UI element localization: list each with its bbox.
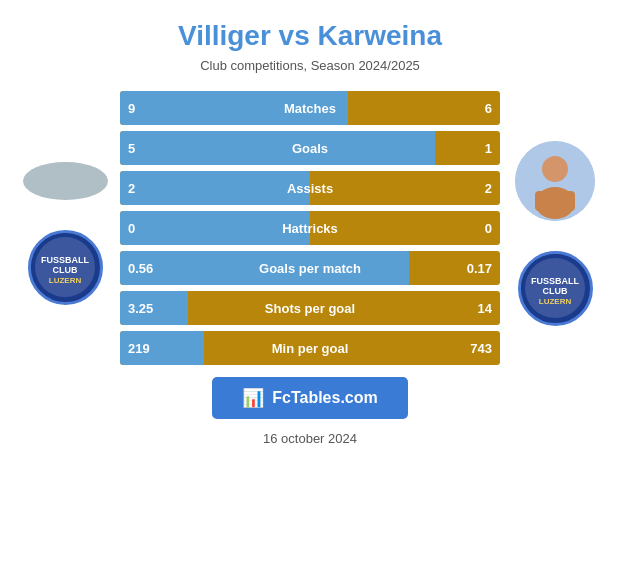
stat-label-text: Min per goal bbox=[272, 341, 349, 356]
stat-label-text: Assists bbox=[287, 181, 333, 196]
stat-bar-wrapper: 3.25Shots per goal14 bbox=[120, 291, 500, 325]
svg-text:CLUB: CLUB bbox=[543, 286, 568, 296]
stat-right-value: 2 bbox=[485, 181, 492, 196]
stat-bar-fill bbox=[120, 131, 435, 165]
right-avatars: FUSSBALL CLUB LUZERN bbox=[500, 131, 610, 326]
svg-point-7 bbox=[542, 156, 568, 182]
stat-label-text: Hattricks bbox=[282, 221, 338, 236]
left-club-logo: FUSSBALL CLUB LUZERN bbox=[28, 230, 103, 305]
left-avatar-shape bbox=[23, 162, 108, 200]
stat-left-value: 9 bbox=[128, 101, 135, 116]
right-club-logo: FUSSBALL CLUB LUZERN bbox=[518, 251, 593, 326]
stat-bar-wrapper: 0.56Goals per match0.17 bbox=[120, 251, 500, 285]
stat-row-goals-per-match: 0.56Goals per match0.17 bbox=[120, 251, 500, 285]
page: Villiger vs Karweina Club competitions, … bbox=[0, 0, 620, 580]
stat-right-value: 1 bbox=[485, 141, 492, 156]
date-label: 16 october 2024 bbox=[263, 431, 357, 446]
stat-right-value: 6 bbox=[485, 101, 492, 116]
svg-rect-9 bbox=[535, 191, 575, 211]
left-avatars: FUSSBALL CLUB LUZERN bbox=[10, 152, 120, 305]
stats-bars: 9Matches65Goals12Assists20Hattricks00.56… bbox=[120, 91, 500, 365]
stat-row-hattricks: 0Hattricks0 bbox=[120, 211, 500, 245]
stat-bar-wrapper: 0Hattricks0 bbox=[120, 211, 500, 245]
stat-left-value: 0 bbox=[128, 221, 135, 236]
stat-right-value: 0.17 bbox=[467, 261, 492, 276]
stat-label-text: Shots per goal bbox=[265, 301, 355, 316]
svg-text:LUZERN: LUZERN bbox=[539, 297, 572, 306]
stat-label-text: Goals bbox=[292, 141, 328, 156]
stat-bar-wrapper: 2Assists2 bbox=[120, 171, 500, 205]
stat-row-min-per-goal: 219Min per goal743 bbox=[120, 331, 500, 365]
stat-row-matches: 9Matches6 bbox=[120, 91, 500, 125]
stat-left-value: 5 bbox=[128, 141, 135, 156]
stat-right-value: 743 bbox=[470, 341, 492, 356]
fctables-label: FcTables.com bbox=[272, 389, 378, 407]
stat-left-value: 219 bbox=[128, 341, 150, 356]
stat-row-assists: 2Assists2 bbox=[120, 171, 500, 205]
stat-left-value: 2 bbox=[128, 181, 135, 196]
bottom-section: 📊 FcTables.com 16 october 2024 bbox=[10, 367, 610, 446]
stat-row-goals: 5Goals1 bbox=[120, 131, 500, 165]
svg-text:CLUB: CLUB bbox=[53, 265, 78, 275]
fctables-badge: 📊 FcTables.com bbox=[212, 377, 408, 419]
stat-left-value: 3.25 bbox=[128, 301, 153, 316]
match-title: Villiger vs Karweina bbox=[178, 20, 442, 52]
comparison-area: FUSSBALL CLUB LUZERN 9Matches65Goals12As… bbox=[10, 91, 610, 365]
stat-left-value: 0.56 bbox=[128, 261, 153, 276]
stat-right-value: 0 bbox=[485, 221, 492, 236]
match-subtitle: Club competitions, Season 2024/2025 bbox=[200, 58, 420, 73]
stat-label-text: Goals per match bbox=[259, 261, 361, 276]
right-person-avatar bbox=[515, 141, 595, 221]
svg-text:LUZERN: LUZERN bbox=[49, 276, 82, 285]
stat-bar-wrapper: 5Goals1 bbox=[120, 131, 500, 165]
svg-text:FUSSBALL: FUSSBALL bbox=[41, 255, 89, 265]
stat-row-shots-per-goal: 3.25Shots per goal14 bbox=[120, 291, 500, 325]
stat-bar-fill bbox=[120, 171, 310, 205]
stat-bar-wrapper: 9Matches6 bbox=[120, 91, 500, 125]
svg-text:FUSSBALL: FUSSBALL bbox=[531, 276, 579, 286]
stat-bar-wrapper: 219Min per goal743 bbox=[120, 331, 500, 365]
fctables-icon: 📊 bbox=[242, 387, 264, 409]
stat-label-text: Matches bbox=[284, 101, 336, 116]
stat-right-value: 14 bbox=[478, 301, 492, 316]
